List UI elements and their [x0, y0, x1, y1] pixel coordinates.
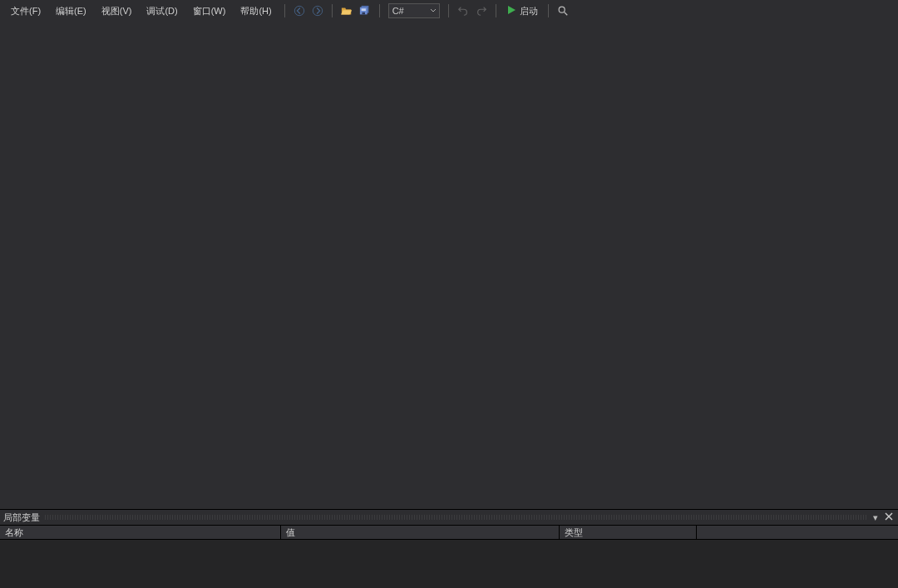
undo-icon[interactable]	[456, 3, 471, 18]
toolbar-separator	[332, 4, 333, 17]
panel-dropdown-icon[interactable]: ▾	[871, 512, 880, 523]
language-select[interactable]: C#	[388, 3, 440, 18]
nav-back-icon[interactable]	[292, 3, 307, 18]
toolbar-separator	[379, 4, 380, 17]
menu-view[interactable]: 视图(V)	[94, 2, 140, 21]
menu-edit[interactable]: 编辑(E)	[48, 2, 94, 21]
chevron-down-icon	[429, 7, 437, 14]
svg-point-1	[313, 6, 322, 15]
menu-debug[interactable]: 调试(D)	[139, 2, 185, 21]
play-icon	[506, 5, 516, 17]
svg-point-6	[559, 7, 565, 12]
start-button[interactable]: 启动	[501, 3, 543, 19]
svg-rect-4	[361, 8, 365, 11]
svg-point-0	[294, 6, 303, 15]
panel-header: 局部变量 ▾	[0, 510, 898, 525]
panel-title: 局部变量	[3, 511, 40, 524]
menu-window[interactable]: 窗口(W)	[185, 2, 234, 21]
menu-file[interactable]: 文件(F)	[3, 2, 48, 21]
column-header-blank	[697, 526, 898, 539]
search-icon[interactable]	[555, 3, 570, 18]
close-icon[interactable]	[883, 512, 895, 522]
menu-help[interactable]: 帮助(H)	[233, 2, 279, 21]
menubar: 文件(F) 编辑(E) 视图(V) 调试(D) 窗口(W) 帮助(H) C# 启…	[0, 0, 898, 22]
redo-icon[interactable]	[474, 3, 489, 18]
column-header-type[interactable]: 类型	[560, 526, 697, 539]
toolbar-separator	[548, 4, 549, 17]
save-all-icon[interactable]	[358, 3, 373, 18]
svg-line-7	[564, 12, 567, 16]
grid-header: 名称 值 类型	[0, 525, 898, 540]
toolbar-separator	[284, 4, 285, 17]
language-select-value: C#	[392, 6, 404, 16]
nav-forward-icon[interactable]	[310, 3, 325, 18]
start-label: 启动	[520, 5, 538, 17]
locals-panel: 局部变量 ▾ 名称 值 类型	[0, 509, 898, 588]
editor-area	[0, 22, 898, 509]
column-header-value[interactable]: 值	[281, 526, 560, 539]
column-header-name[interactable]: 名称	[0, 526, 281, 539]
panel-drag-grip[interactable]	[45, 515, 866, 520]
toolbar-separator	[448, 4, 449, 17]
toolbar-separator	[496, 4, 496, 17]
open-icon[interactable]	[339, 3, 354, 18]
grid-body	[0, 540, 898, 588]
svg-rect-5	[362, 12, 365, 15]
